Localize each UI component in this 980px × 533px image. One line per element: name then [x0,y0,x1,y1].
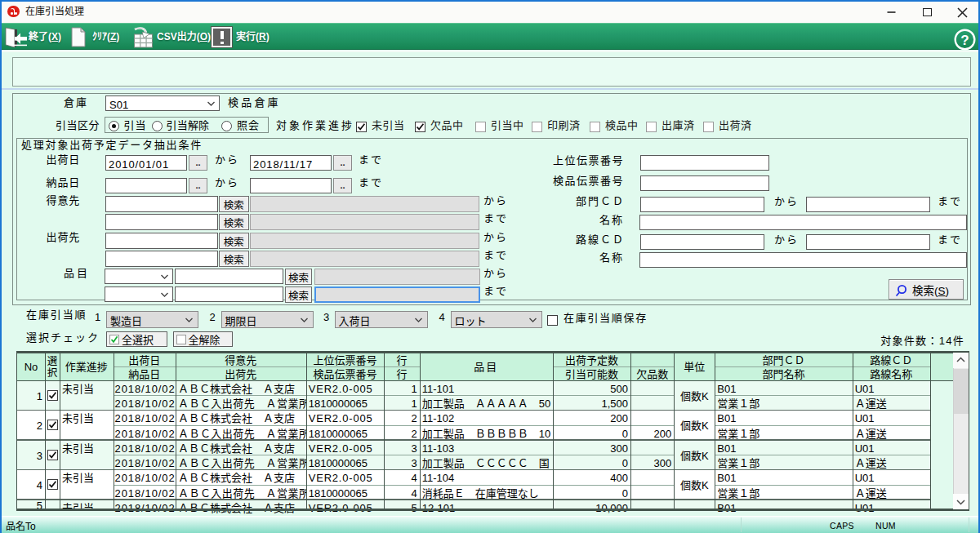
svg-text:?: ? [960,33,969,48]
